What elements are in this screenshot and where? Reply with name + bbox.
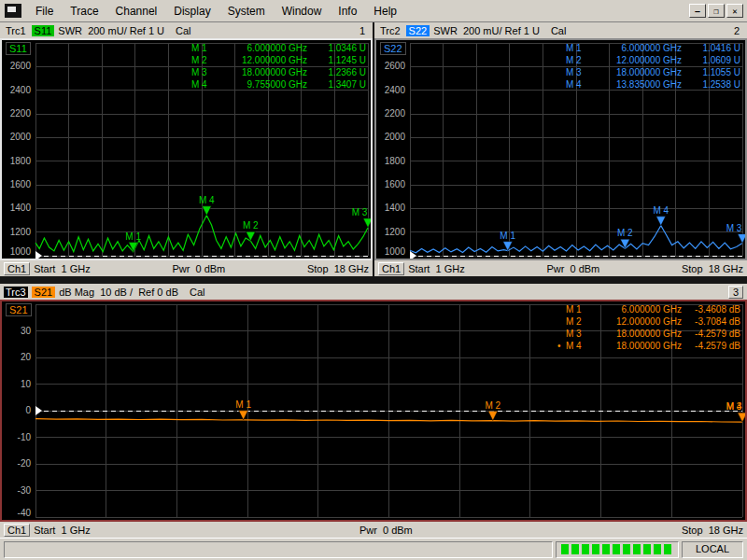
progress-led: [582, 544, 589, 554]
channel-chip-3[interactable]: Ch1: [4, 524, 30, 537]
marker-label: M 2: [617, 228, 633, 238]
menu-item-system[interactable]: System: [219, 2, 274, 21]
y-tick-label: 1000: [385, 246, 406, 257]
active-marker-dot: [557, 54, 566, 66]
trace-name-overlay-s11[interactable]: S11: [6, 42, 31, 55]
y-tick-label: 2400: [385, 85, 406, 95]
y-tick-label: 1000: [10, 246, 32, 257]
diagram-area-1[interactable]: Trc1 S11 SWR 200 mU/ Ref 1 U Cal 1 28002…: [0, 22, 373, 276]
marker-label: M 1: [235, 399, 251, 410]
active-marker-dot: [557, 66, 566, 78]
power-label-3: Pwr 0 dBm: [359, 525, 413, 536]
marker-triangle-icon[interactable]: [620, 239, 629, 248]
y-tick-label: -40: [18, 508, 32, 518]
menu-item-channel[interactable]: Channel: [107, 2, 166, 21]
marker-label: M 2: [485, 400, 500, 411]
y-tick-label: 2000: [10, 132, 32, 142]
y-tick-label: -30: [18, 485, 32, 496]
trace-header-1: Trc1 S11 SWR 200 mU/ Ref 1 U Cal 1: [0, 22, 373, 38]
marker-triangle-icon[interactable]: [488, 412, 498, 421]
marker-triangle-icon[interactable]: [738, 234, 745, 244]
y-tick-label: 10: [21, 379, 32, 389]
y-tick-label: 2600: [385, 61, 406, 71]
marker-triangle-icon[interactable]: [738, 413, 745, 422]
marker-label: M 1: [500, 231, 515, 241]
trace-chip-trc3[interactable]: Trc3: [4, 287, 28, 298]
channel-chip-1[interactable]: Ch1: [4, 262, 30, 275]
marker-triangle-icon[interactable]: [239, 411, 248, 420]
diagram-area-3[interactable]: Trc3 S21 dB Mag 10 dB / Ref 0 dB Cal 3 4…: [0, 284, 747, 538]
sparam-chip-s11[interactable]: S11: [32, 25, 55, 36]
channel-footer-3: Ch1 Start 1 GHz Pwr 0 dBm Stop 18 GHz: [0, 522, 747, 538]
channel-chip-2[interactable]: Ch1: [378, 262, 404, 275]
trace-name-overlay-s22[interactable]: S22: [380, 42, 406, 55]
y-tick-label: 20: [21, 352, 32, 362]
y-tick-label: -10: [18, 432, 32, 442]
progress-led: [623, 544, 630, 554]
y-tick-label: 1400: [10, 203, 32, 213]
marker-frequency: 18.000000 GHz: [217, 66, 307, 78]
plot-area-2[interactable]: 2800260024002200200018001600140012001000…: [374, 38, 747, 260]
minimize-button[interactable]: –: [689, 4, 706, 18]
sparam-chip-s21[interactable]: S21: [32, 287, 56, 298]
trace-chip-trc2[interactable]: Trc2: [378, 25, 402, 36]
trace-format-label: dB Mag 10 dB / Ref 0 dB: [59, 287, 178, 298]
y-tick-label: 2200: [10, 108, 32, 119]
active-marker-dot: [557, 78, 566, 91]
marker-readout-row: M 413.835000 GHz1.2538 U: [557, 78, 740, 91]
sparam-chip-s22[interactable]: S22: [406, 25, 430, 36]
restore-button[interactable]: ❐: [708, 4, 725, 18]
marker-frequency: 6.000000 GHz: [217, 42, 307, 54]
marker-name: M 3: [566, 66, 591, 78]
marker-frequency: 9.755000 GHz: [217, 78, 307, 91]
y-tick-label: 1800: [10, 156, 32, 166]
menu-item-window[interactable]: Window: [274, 2, 331, 21]
active-marker-dot: [183, 78, 191, 91]
marker-readout-list-2: M 16.000000 GHz1.0416 UM 212.000000 GHz1…: [557, 42, 740, 91]
power-label-2: Pwr 0 dBm: [546, 263, 599, 274]
menu-item-info[interactable]: Info: [330, 2, 365, 21]
y-tick-label: 0: [25, 405, 31, 415]
trace-name-overlay-s21[interactable]: S21: [6, 303, 32, 316]
menu-item-display[interactable]: Display: [165, 2, 218, 21]
y-tick-label: 1600: [385, 179, 406, 189]
close-button[interactable]: ✕: [726, 4, 743, 18]
trace-chip-trc1[interactable]: Trc1: [4, 25, 28, 36]
marker-readout-row: M 212.000000 GHz1.0609 U: [557, 54, 740, 66]
power-label-1: Pwr 0 dBm: [172, 263, 225, 274]
active-marker-dot: [557, 303, 566, 315]
status-bar: LOCAL: [0, 538, 747, 560]
progress-led: [643, 544, 651, 554]
marker-readout-row: M 318.000000 GHz1.2366 U: [183, 66, 366, 78]
marker-value: -3.7084 dB: [682, 315, 740, 328]
marker-frequency: 18.000000 GHz: [591, 340, 682, 352]
marker-name: M 3: [191, 66, 217, 78]
marker-name: M 1: [191, 42, 217, 54]
marker-frequency: 18.000000 GHz: [591, 66, 682, 78]
marker-readout-row: M 212.000000 GHz1.1245 U: [183, 54, 366, 66]
marker-triangle-icon[interactable]: [202, 206, 211, 216]
marker-name: M 1: [566, 42, 591, 54]
diagram-number-2: 2: [730, 25, 743, 36]
vna-application-window: FileTraceChannelDisplaySystemWindowInfoH…: [0, 0, 747, 560]
local-mode-indicator: LOCAL: [682, 541, 743, 558]
marker-readout-row: M 318.000000 GHz-4.2579 dB: [557, 328, 740, 340]
diagram-area-2[interactable]: Trc2 S22 SWR 200 mU/ Ref 1 U Cal 2 28002…: [374, 22, 747, 276]
marker-frequency: 12.000000 GHz: [591, 315, 682, 328]
marker-value: -4.2579 dB: [682, 328, 740, 340]
y-tick-label: 2600: [10, 61, 32, 71]
menu-item-trace[interactable]: Trace: [62, 2, 106, 21]
reference-arrow-icon: [35, 251, 42, 259]
marker-triangle-icon[interactable]: [129, 243, 138, 252]
marker-triangle-icon[interactable]: [363, 218, 371, 228]
menu-item-file[interactable]: File: [27, 2, 62, 21]
plot-area-3[interactable]: 403020100-10-20-30-40M 1M 2M 3M 4 S21 M …: [0, 300, 747, 522]
progress-led: [654, 544, 661, 554]
progress-led: [602, 544, 610, 554]
marker-triangle-icon[interactable]: [656, 217, 666, 226]
app-icon[interactable]: [5, 4, 21, 18]
plot-area-1[interactable]: 2800260024002200200018001600140012001000…: [0, 38, 373, 260]
diagram-number-1: 1: [356, 25, 369, 36]
menu-item-help[interactable]: Help: [365, 2, 405, 21]
window-controls: – ❐ ✕: [689, 4, 743, 18]
